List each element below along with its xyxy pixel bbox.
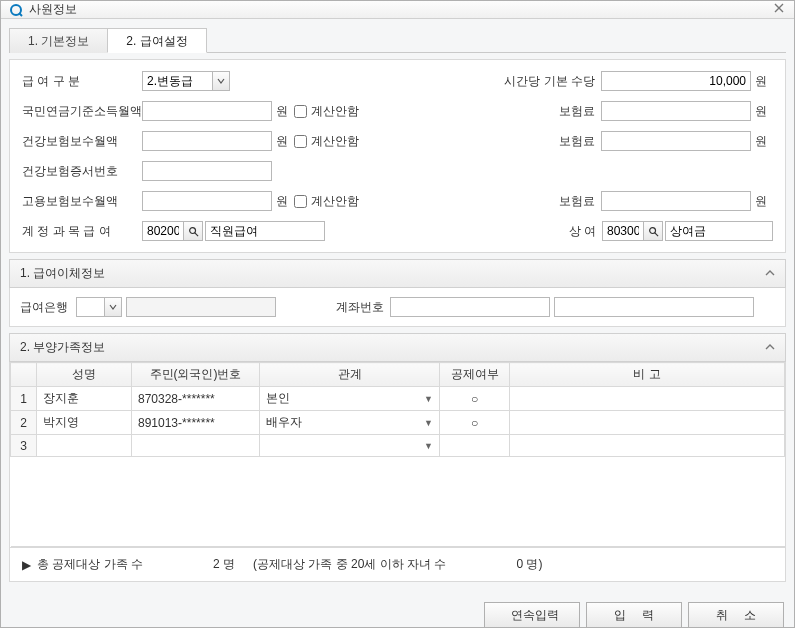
row-number: 3 [11,435,37,457]
chevron-down-icon[interactable]: ▼ [424,418,433,428]
cell-remark[interactable] [510,411,785,435]
cell-name[interactable] [37,435,132,457]
bank-combo[interactable] [76,297,122,317]
cell-name[interactable]: 장지훈 [37,387,132,411]
section-transfer-info: 1. 급여이체정보 급여은행 계좌번호 [9,259,786,327]
window: 사원정보 1. 기본정보 2. 급여설정 급 여 구 분 시간당 기본 수당 [0,0,795,628]
employ-ins-unit: 원 [755,193,767,210]
cell-relation[interactable]: 배우자▼ [260,411,440,435]
table-row[interactable]: 2 박지영 891013-******* 배우자▼ ○ [11,411,785,435]
pension-base-unit: 원 [276,103,288,120]
app-icon [9,3,23,17]
section-dependents-title: 2. 부양가족정보 [20,339,105,356]
employ-ins-input[interactable] [601,191,751,211]
table-row[interactable]: 1 장지훈 870328-******* 본인▼ ○ [11,387,785,411]
section-dependents-header[interactable]: 2. 부양가족정보 [9,333,786,362]
dependents-table: 성명 주민(외국인)번호 관계 공제여부 비 고 1 장지훈 870328-**… [9,362,786,548]
health-nocalc-label: 계산안함 [311,133,359,150]
col-remark-header: 비 고 [510,363,785,387]
cancel-button[interactable]: 취 소 [688,602,784,628]
window-title: 사원정보 [29,1,774,18]
cell-relation[interactable]: ▼ [260,435,440,457]
cell-deduct[interactable] [440,435,510,457]
pension-ins-input[interactable] [601,101,751,121]
table-empty-space [11,457,785,547]
cell-deduct[interactable]: ○ [440,411,510,435]
continuous-input-button[interactable]: 연속입력 [484,602,580,628]
svg-point-2 [189,227,195,233]
acct-no-input[interactable] [390,297,550,317]
chevron-down-icon[interactable] [104,297,122,317]
chevron-down-icon[interactable] [212,71,230,91]
collapse-icon[interactable] [765,268,775,280]
cell-deduct[interactable]: ○ [440,387,510,411]
pay-type-combo[interactable] [142,71,230,91]
acct-pay-lookup-button[interactable] [183,221,203,241]
cell-relation[interactable]: 본인▼ [260,387,440,411]
bank-label: 급여은행 [20,299,68,316]
acct-bonus-name-input[interactable] [665,221,773,241]
svg-line-5 [654,232,657,235]
tab-pay-settings[interactable]: 2. 급여설정 [107,28,206,53]
pay-type-label: 급 여 구 분 [22,73,142,90]
bank-name-display [126,297,276,317]
bank-code-input[interactable] [76,297,104,317]
cell-name[interactable]: 박지영 [37,411,132,435]
acct-no-label: 계좌번호 [336,299,384,316]
acct-pay-code-input[interactable] [142,221,184,241]
cell-rrn[interactable]: 891013-******* [132,411,260,435]
table-header-row: 성명 주민(외국인)번호 관계 공제여부 비 고 [11,363,785,387]
cell-relation-value: 본인 [266,390,290,407]
employ-nocalc-checkbox[interactable] [294,195,307,208]
health-nocalc-checkbox[interactable] [294,135,307,148]
cell-remark[interactable] [510,435,785,457]
health-ins-input[interactable] [601,131,751,151]
pension-nocalc-label: 계산안함 [311,103,359,120]
titlebar: 사원정보 [1,1,794,19]
cell-relation-value: 배우자 [266,414,302,431]
col-rrn-header: 주민(외국인)번호 [132,363,260,387]
pension-nocalc-checkbox[interactable] [294,105,307,118]
chevron-down-icon[interactable]: ▼ [424,394,433,404]
svg-line-1 [19,13,22,16]
hourly-wage-label: 시간당 기본 수당 [495,73,595,90]
employ-base-input[interactable] [142,191,272,211]
acct-bonus-lookup-button[interactable] [643,221,663,241]
tab-basic-info[interactable]: 1. 기본정보 [9,28,108,53]
section-transfer-title: 1. 급여이체정보 [20,265,105,282]
collapse-icon[interactable] [765,342,775,354]
close-icon[interactable] [774,2,786,18]
pay-type-input[interactable] [142,71,212,91]
acct-holder-input[interactable] [554,297,754,317]
health-cert-input[interactable] [142,161,272,181]
table-row[interactable]: 3 ▼ [11,435,785,457]
button-bar: 연속입력 입 력 취 소 [9,594,786,628]
row-number: 1 [11,387,37,411]
tabs: 1. 기본정보 2. 급여설정 [9,27,786,53]
hourly-wage-input[interactable] [601,71,751,91]
acct-bonus-label: 상 여 [496,223,596,240]
employ-ins-label: 보험료 [495,193,595,210]
col-relation-header: 관계 [260,363,440,387]
pension-base-input[interactable] [142,101,272,121]
hourly-wage-unit: 원 [755,73,767,90]
health-ins-label: 보험료 [495,133,595,150]
pension-ins-unit: 원 [755,103,767,120]
section-transfer-header[interactable]: 1. 급여이체정보 [9,259,786,288]
row-number: 2 [11,411,37,435]
submit-button[interactable]: 입 력 [586,602,682,628]
acct-pay-label: 계 정 과 목 급 여 [22,223,142,240]
health-ins-unit: 원 [755,133,767,150]
pension-base-label: 국민연금기준소득월액 [22,103,142,120]
cell-rrn[interactable] [132,435,260,457]
acct-bonus-code-input[interactable] [602,221,644,241]
health-base-label: 건강보험보수월액 [22,133,142,150]
health-base-input[interactable] [142,131,272,151]
chevron-down-icon[interactable]: ▼ [424,441,433,451]
summary-mid: (공제대상 가족 중 20세 이하 자녀 수 [253,556,446,573]
cell-rrn[interactable]: 870328-******* [132,387,260,411]
content: 1. 기본정보 2. 급여설정 급 여 구 분 시간당 기본 수당 원 국민 [1,19,794,628]
col-deduct-header: 공제여부 [440,363,510,387]
acct-pay-name-input[interactable] [205,221,325,241]
cell-remark[interactable] [510,387,785,411]
